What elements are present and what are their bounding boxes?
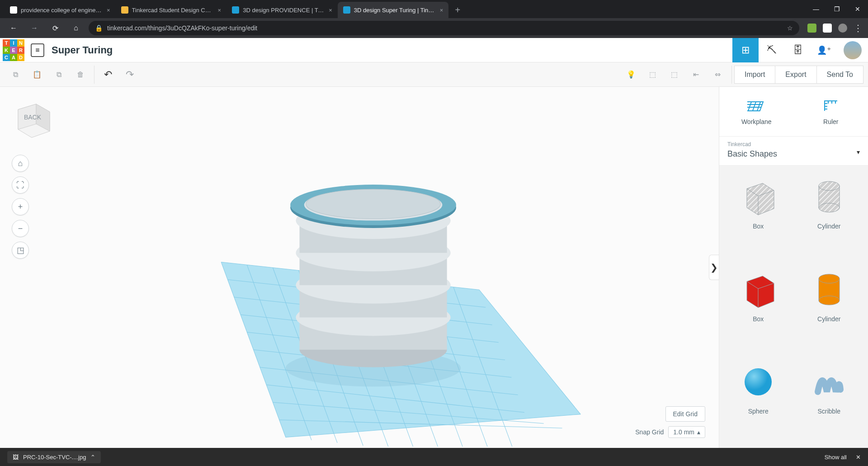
user-avatar[interactable]: [844, 41, 862, 59]
mode-bricks-button[interactable]: 🗄: [785, 38, 811, 62]
browser-address-bar: ← → ⟳ ⌂ 🔒 tinkercad.com/things/3uDcQZAkF…: [0, 18, 868, 38]
mode-3d-button[interactable]: ⊞: [732, 38, 759, 62]
logo-cell: D: [17, 54, 24, 61]
profile-avatar-icon[interactable]: [838, 24, 847, 33]
new-tab-button[interactable]: +: [448, 5, 467, 15]
zoom-in-button[interactable]: +: [12, 198, 29, 215]
cylinder-icon: [804, 173, 854, 218]
shape-cylinder-1[interactable]: Cylinder: [797, 173, 861, 256]
panel-tools-row: Workplane Ruler: [719, 87, 868, 137]
close-tab-icon[interactable]: ×: [329, 7, 332, 14]
chevron-down-icon: ▾: [857, 148, 860, 156]
align-button[interactable]: ⇤: [685, 66, 707, 84]
svg-marker-54: [747, 183, 774, 215]
snap-grid-control: Snap Grid 1.0 mm ▴: [635, 426, 705, 438]
design-list-button[interactable]: ≡: [31, 43, 44, 57]
shape-label: Box: [753, 315, 764, 323]
paste-button[interactable]: 📋: [26, 66, 48, 84]
import-button[interactable]: Import: [734, 66, 775, 84]
redo-button[interactable]: ↷: [119, 66, 141, 84]
zoom-out-button[interactable]: −: [12, 220, 29, 237]
toolbar-right: 💡 ⬚ ⬚ ⇤ ⇔ Import Export Send To: [620, 66, 863, 84]
dropdown-category: Tinkercad: [727, 141, 860, 147]
mirror-icon: ⇔: [715, 70, 721, 79]
home-button[interactable]: ⌂: [68, 20, 84, 36]
view-cube[interactable]: BACK: [9, 96, 54, 141]
design-title[interactable]: Super Turing: [52, 44, 113, 56]
edit-grid-button[interactable]: Edit Grid: [665, 406, 705, 422]
shape-box-2[interactable]: Box: [726, 266, 790, 348]
tab-2[interactable]: 3D design PROVIDENCE | Tinkerc ×: [226, 2, 338, 18]
undo-icon: ↶: [104, 69, 112, 81]
sendto-button[interactable]: Send To: [816, 66, 863, 84]
copy-button[interactable]: ⧉: [5, 66, 26, 84]
ruler-label: Ruler: [823, 118, 838, 125]
close-download-bar[interactable]: ✕: [856, 454, 861, 461]
maximize-button[interactable]: ❐: [826, 0, 847, 18]
chevron-up-icon[interactable]: ⌃: [90, 454, 95, 461]
shape-cylinder-3[interactable]: Cylinder: [797, 266, 861, 348]
group-button[interactable]: ⬚: [642, 66, 664, 84]
redo-icon: ↷: [126, 69, 134, 81]
ungroup-button[interactable]: ⬚: [664, 66, 685, 84]
url-field[interactable]: 🔒 tinkercad.com/things/3uDcQZAkFKo-super…: [89, 21, 799, 35]
shape-box-0[interactable]: Box: [726, 173, 790, 256]
close-tab-icon[interactable]: ×: [218, 7, 222, 14]
ortho-toggle-button[interactable]: ◳: [12, 242, 29, 259]
tab-title-1: Tinkercad Student Design Conte: [132, 7, 213, 14]
logo-cell: E: [10, 47, 17, 54]
workplane-tool[interactable]: Workplane: [719, 87, 794, 136]
tab-0[interactable]: providence college of engineerin ×: [5, 2, 116, 18]
home-view-button[interactable]: ⌂: [12, 155, 29, 172]
bookmark-star-icon[interactable]: ☆: [787, 24, 793, 32]
logo-cell: I: [10, 39, 17, 47]
download-item[interactable]: 🖼 PRC-10-Sec-TVC-....jpg ⌃: [7, 451, 101, 463]
close-window-button[interactable]: ✕: [847, 0, 868, 18]
tab-title-0: providence college of engineerin: [21, 7, 102, 14]
ruler-icon: [822, 98, 840, 114]
snap-grid-select[interactable]: 1.0 mm ▴: [668, 426, 705, 438]
tab-3-active[interactable]: 3D design Super Turing | Tinkerc ×: [338, 2, 449, 18]
ruler-tool[interactable]: Ruler: [794, 87, 868, 136]
show-all-downloads[interactable]: Show all: [825, 454, 847, 461]
tinkercad-logo[interactable]: TINKERCAD: [3, 39, 24, 61]
workplane-icon: [747, 98, 765, 114]
invite-button[interactable]: 👤⁺: [811, 38, 837, 62]
delete-button[interactable]: 🗑: [70, 66, 91, 84]
mirror-button[interactable]: ⇔: [707, 66, 729, 84]
tab-1[interactable]: Tinkercad Student Design Conte ×: [116, 2, 227, 18]
paste-icon: 📋: [33, 70, 42, 79]
extension-icon-2[interactable]: [823, 24, 832, 33]
shape-sphere-4[interactable]: Sphere: [726, 358, 790, 441]
back-button[interactable]: ←: [5, 20, 22, 36]
close-tab-icon[interactable]: ×: [107, 7, 110, 14]
logo-cell: R: [17, 47, 24, 54]
action-buttons: Import Export Send To: [735, 66, 863, 84]
mode-blocks-button[interactable]: ⛏: [759, 38, 785, 62]
panel-collapse-handle[interactable]: ❯: [709, 255, 719, 280]
scene-svg: [0, 87, 719, 447]
url-text: tinkercad.com/things/3uDcQZAkFKo-super-t…: [107, 24, 783, 32]
forward-button[interactable]: →: [26, 20, 42, 36]
show-all-button[interactable]: 💡: [620, 66, 642, 84]
briefcase-icon: 🗄: [793, 44, 803, 56]
svg-line-44: [753, 102, 756, 111]
app-header: TINKERCAD ≡ Super Turing ⊞ ⛏ 🗄 👤⁺: [0, 38, 868, 62]
minimize-button[interactable]: —: [806, 0, 826, 18]
snap-grid-value: 1.0 mm: [673, 428, 694, 436]
shapes-category-dropdown[interactable]: Tinkercad Basic Shapes ▾: [719, 137, 868, 166]
export-button[interactable]: Export: [775, 66, 816, 84]
download-filename: PRC-10-Sec-TVC-....jpg: [23, 454, 86, 461]
fit-view-button[interactable]: ⛶: [12, 176, 29, 194]
undo-button[interactable]: ↶: [97, 66, 119, 84]
chrome-menu-icon[interactable]: ⋮: [854, 23, 863, 33]
tabs-container: providence college of engineerin × Tinke…: [5, 2, 467, 18]
shape-scribble-5[interactable]: Scribble: [797, 358, 861, 441]
duplicate-button[interactable]: ⧉: [48, 66, 70, 84]
main-area: BACK ⌂ ⛶ + − ◳ ❯ Edit Grid Snap Grid 1.0…: [0, 87, 868, 448]
close-tab-icon[interactable]: ×: [440, 7, 443, 14]
3d-canvas[interactable]: BACK ⌂ ⛶ + − ◳ ❯ Edit Grid Snap Grid 1.0…: [0, 87, 719, 448]
extension-icon-1[interactable]: [807, 24, 816, 33]
logo-cell: C: [3, 54, 10, 61]
reload-button[interactable]: ⟳: [47, 20, 63, 36]
